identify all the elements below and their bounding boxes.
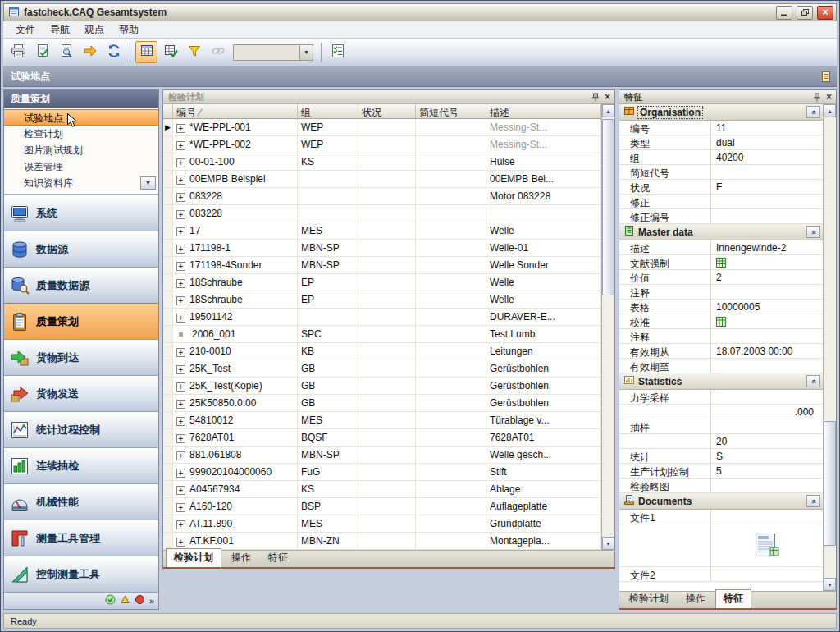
property-row[interactable]: 价值2 xyxy=(619,270,823,285)
property-value[interactable] xyxy=(711,314,823,328)
column-header-5[interactable]: 描述 xyxy=(486,104,601,118)
property-value[interactable] xyxy=(711,419,823,433)
sidebar-button-9[interactable]: 机械性能 xyxy=(4,483,158,520)
restore-button[interactable] xyxy=(797,6,813,20)
table-row[interactable]: +881.061808MBN-SPWelle gesch... xyxy=(163,447,601,464)
expand-icon[interactable]: + xyxy=(176,434,185,443)
property-row[interactable]: 描述Innengewinde-2 xyxy=(619,240,823,255)
table-row[interactable]: +*WE-PPL-002WEPMessing-St... xyxy=(163,136,601,153)
column-header-3[interactable]: 状况 xyxy=(358,104,416,118)
property-value[interactable]: 5 xyxy=(711,464,823,478)
property-row[interactable]: 类型dual xyxy=(619,135,823,150)
property-value[interactable]: S xyxy=(711,449,823,463)
property-row[interactable]: 力学采样 xyxy=(619,390,823,405)
property-value[interactable] xyxy=(711,165,823,179)
expand-icon[interactable]: + xyxy=(176,365,185,374)
property-row[interactable]: 表格10000005 xyxy=(619,300,823,314)
sidebar-button-3[interactable]: 质量数据源 xyxy=(4,267,158,303)
menu-item-1[interactable]: 文件 xyxy=(8,21,43,39)
table-tab-1[interactable]: 检验计划 xyxy=(166,548,221,567)
sidebar-item-5[interactable]: 知识资料库▼ xyxy=(4,175,158,191)
sidebar-item-3[interactable]: 图片测试规划 xyxy=(4,142,158,158)
sidebar-button-7[interactable]: 统计过程控制 xyxy=(4,411,158,447)
expand-icon[interactable]: + xyxy=(176,210,185,219)
combo-dropdown-arrow[interactable]: ▼ xyxy=(299,45,313,60)
filter-button[interactable] xyxy=(183,41,205,63)
property-row[interactable]: 注释 xyxy=(619,329,823,344)
sidebar-item-1[interactable]: 试验地点 xyxy=(4,109,158,126)
expand-icon[interactable]: + xyxy=(176,158,185,167)
property-value[interactable]: 20 xyxy=(711,434,823,448)
close-panel-icon[interactable]: × xyxy=(824,92,833,102)
scroll-up-icon[interactable]: ▲ xyxy=(824,104,836,117)
property-value[interactable] xyxy=(711,285,823,299)
table-scrollbar[interactable]: ▲ ▼ xyxy=(601,104,614,550)
menu-item-3[interactable]: 观点 xyxy=(77,21,112,39)
close-button[interactable]: × xyxy=(817,6,833,20)
group-header-org[interactable]: Organisation« xyxy=(619,104,823,121)
property-value[interactable]: 40200 xyxy=(711,150,823,164)
property-row[interactable]: 注释 xyxy=(619,285,823,300)
property-value[interactable] xyxy=(711,567,823,581)
expand-icon[interactable]: + xyxy=(176,382,185,392)
table-row[interactable]: +00-01-100KSHülse xyxy=(163,153,601,171)
expand-icon[interactable]: + xyxy=(176,538,185,547)
verify-doc-button[interactable] xyxy=(31,41,53,63)
expand-icon[interactable]: + xyxy=(176,227,185,236)
list-dropdown-button[interactable]: ▼ xyxy=(140,176,156,190)
property-value[interactable]: F xyxy=(711,180,823,194)
property-value[interactable] xyxy=(711,255,823,269)
expand-icon[interactable]: + xyxy=(176,469,185,478)
scroll-up-icon[interactable]: ▲ xyxy=(602,104,614,117)
property-row[interactable]: 组40200 xyxy=(619,150,823,165)
property-value[interactable] xyxy=(711,390,823,404)
expand-icon[interactable]: + xyxy=(176,451,185,460)
sidebar-button-5[interactable]: 货物到达 xyxy=(4,339,158,375)
group-header-stats[interactable]: Statistics« xyxy=(619,373,823,390)
table-row[interactable]: +25K_TestGBGerüstbohlen xyxy=(163,360,601,378)
collapse-button[interactable]: « xyxy=(806,106,820,118)
property-value[interactable]: 10000005 xyxy=(711,300,823,314)
expand-icon[interactable]: + xyxy=(176,503,185,512)
table-row[interactable]: +083228Motor 083228 xyxy=(163,188,601,205)
pin-icon[interactable] xyxy=(591,93,600,102)
table-row[interactable]: +083228 xyxy=(163,205,601,222)
expand-icon[interactable]: + xyxy=(176,262,185,271)
property-value[interactable] xyxy=(711,329,823,343)
collapse-button[interactable]: « xyxy=(806,495,820,507)
expand-icon[interactable]: + xyxy=(176,141,185,150)
table-row[interactable]: +7628AT01BQSF7628AT01 xyxy=(163,429,601,447)
expand-icon[interactable]: + xyxy=(176,279,185,288)
table-row[interactable]: +54810012MESTürablage v... xyxy=(163,412,601,429)
table-row[interactable]: +25K_Test(Kopie)GBGerüstbohlen xyxy=(163,378,601,395)
plan-check-button[interactable] xyxy=(159,41,181,63)
scroll-track[interactable] xyxy=(602,117,614,537)
property-row[interactable]: 检验略图 xyxy=(619,479,823,493)
table-row[interactable]: +A160-120BSPAuflageplatte xyxy=(163,498,601,515)
sidebar-button-6[interactable]: 货物发送 xyxy=(4,375,158,411)
sidebar-item-2[interactable]: 检查计划 xyxy=(4,126,158,142)
property-value[interactable]: Innengewinde-2 xyxy=(711,240,823,254)
tray-warning-icon[interactable] xyxy=(120,594,130,607)
table-row[interactable]: +18SchraubeEPWelle xyxy=(163,291,601,309)
table-row[interactable]: +171198-1MBN-SPWelle-01 xyxy=(163,240,601,257)
property-row[interactable]: 简短代号 xyxy=(619,165,823,180)
property-row[interactable]: 抽样 xyxy=(619,419,823,434)
sidebar-button-10[interactable]: 测量工具管理 xyxy=(4,520,158,556)
props-tab-1[interactable]: 检验计划 xyxy=(622,590,676,608)
property-value[interactable] xyxy=(711,510,823,524)
property-value[interactable]: 18.07.2003 00:00 xyxy=(711,344,823,358)
expand-icon[interactable]: + xyxy=(176,193,185,202)
sidebar-button-8[interactable]: 连续抽检 xyxy=(4,447,158,483)
property-value[interactable]: 2 xyxy=(711,270,823,284)
table-tab-2[interactable]: 操作 xyxy=(224,549,258,567)
sidebar-button-1[interactable]: 系统 xyxy=(4,195,158,231)
property-row[interactable]: 编号11 xyxy=(619,121,823,135)
group-header-docs[interactable]: Documents« xyxy=(619,493,823,510)
collapse-button[interactable]: « xyxy=(806,375,820,387)
refresh-button[interactable] xyxy=(103,41,125,63)
task-list-button[interactable] xyxy=(326,41,349,63)
property-row[interactable]: 文件1 xyxy=(619,510,823,524)
expand-icon[interactable]: + xyxy=(176,314,185,323)
sidebar-button-11[interactable]: 控制测量工具 xyxy=(4,556,158,592)
